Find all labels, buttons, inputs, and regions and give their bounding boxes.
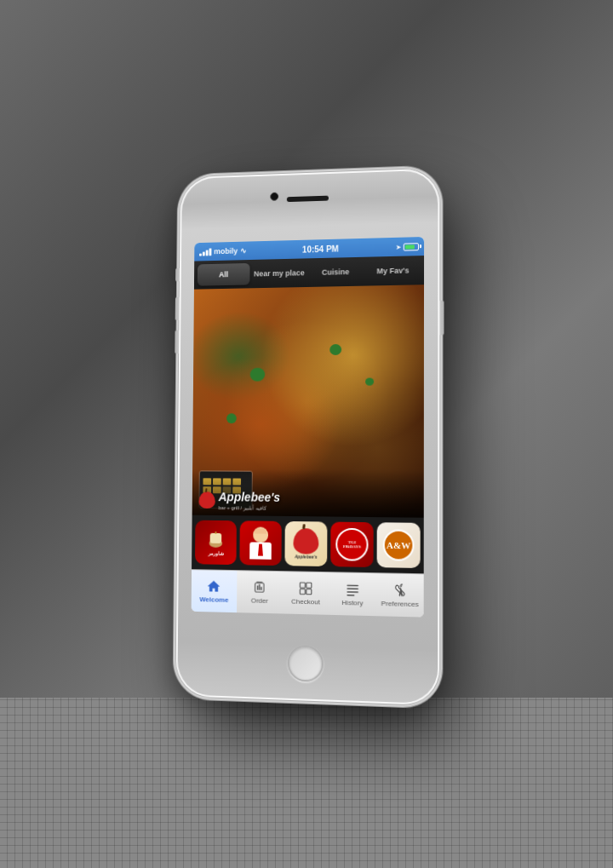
status-right: ➤ — [396, 242, 419, 250]
tab-near-place[interactable]: Near my place — [253, 262, 306, 285]
volume-down-button[interactable] — [175, 330, 179, 353]
volume-up-button[interactable] — [175, 296, 180, 319]
colonel-head — [253, 526, 268, 542]
screen: mobily ∿ 10:54 PM ➤ All — [192, 236, 424, 617]
svg-rect-10 — [300, 589, 305, 594]
applebees-apple-icon — [198, 491, 215, 508]
applebees-small-logo: Applebee's — [293, 528, 318, 560]
signal-bar-2 — [203, 251, 205, 256]
signal-bar-1 — [199, 253, 202, 256]
signal-bar-3 — [206, 250, 209, 256]
restaurant-overlay: Applebee's bar + grill / كافيه أبلبيز — [192, 468, 424, 517]
tab-preferences[interactable]: Preferences — [376, 573, 424, 617]
svg-rect-6 — [259, 583, 261, 589]
phone-scene: mobily ∿ 10:54 PM ➤ All — [175, 168, 439, 705]
applebees-logo: Applebee's bar + grill / كافيه أبلبيز — [198, 489, 280, 511]
fridays-badge: TGIFRiDAYS — [335, 527, 368, 560]
iphone-device: mobily ∿ 10:54 PM ➤ All — [175, 168, 439, 705]
tab-preferences-label: Preferences — [381, 599, 419, 607]
fridays-label: TGIFRiDAYS — [343, 539, 361, 549]
tab-order[interactable]: Order — [237, 571, 283, 613]
svg-rect-13 — [347, 588, 358, 589]
colonel-tie — [258, 543, 263, 555]
tab-order-label: Order — [251, 596, 268, 605]
tab-all[interactable]: All — [198, 262, 250, 285]
food-broccoli-1 — [249, 367, 265, 381]
status-left: mobily ∿ — [199, 246, 247, 256]
shawarmer-icon — [206, 529, 226, 549]
shawarmer-logo: شاورمر — [206, 529, 226, 555]
restaurant-logo-row: شاورمر — [192, 514, 424, 573]
restaurant-applebees-small[interactable]: Applebee's — [284, 520, 327, 566]
aw-logo: A&W — [383, 529, 415, 560]
tab-history[interactable]: History — [329, 572, 375, 616]
preferences-icon — [391, 582, 408, 598]
hero-image[interactable]: Applebee's bar + grill / كافيه أبلبيز — [192, 285, 424, 518]
food-broccoli-4 — [365, 377, 374, 385]
tab-my-favs[interactable]: My Fav's — [365, 259, 421, 282]
filter-tabs: All Near my place Cuisine My Fav's — [194, 256, 424, 290]
tab-checkout[interactable]: Checkout — [283, 572, 329, 615]
checkout-icon — [297, 580, 314, 596]
aw-label: A&W — [387, 539, 411, 550]
tab-bar: Welcome Order — [192, 569, 424, 617]
svg-rect-12 — [347, 584, 358, 586]
food-broccoli-2 — [226, 412, 237, 423]
restaurant-shawarmer[interactable]: شاورمر — [195, 520, 237, 564]
carrier-name: mobily — [214, 246, 238, 255]
status-time: 10:54 PM — [302, 244, 339, 254]
kfc-colonel-icon — [248, 526, 273, 559]
history-icon — [344, 581, 361, 597]
svg-rect-8 — [300, 582, 305, 587]
colonel-hair — [255, 528, 266, 533]
shawarmer-label: شاورمر — [208, 549, 223, 555]
svg-rect-1 — [210, 532, 222, 543]
power-button[interactable] — [439, 300, 444, 334]
applebees-small-label: Applebee's — [295, 554, 317, 559]
svg-rect-9 — [306, 583, 312, 588]
home-button[interactable] — [288, 644, 324, 681]
app-screen: mobily ∿ 10:54 PM ➤ All — [192, 236, 424, 617]
tab-cuisine[interactable]: Cuisine — [308, 260, 363, 283]
restaurant-kfc[interactable] — [239, 520, 281, 566]
silent-switch — [175, 267, 180, 281]
tab-checkout-label: Checkout — [291, 597, 320, 606]
applebees-subtitle: bar + grill / كافيه أبلبيز — [219, 504, 280, 511]
camera — [270, 192, 278, 200]
signal-bar-4 — [209, 248, 211, 256]
svg-rect-14 — [347, 591, 358, 593]
tab-history-label: History — [341, 598, 363, 606]
battery-level — [405, 244, 415, 248]
battery-indicator — [404, 242, 419, 250]
home-icon — [206, 578, 223, 594]
svg-rect-7 — [261, 586, 261, 589]
colonel-body — [249, 542, 272, 559]
applebees-apple-small — [293, 528, 318, 555]
apple-stem — [302, 523, 306, 528]
svg-rect-15 — [347, 594, 354, 595]
applebees-name: Applebee's — [219, 490, 281, 504]
location-icon: ➤ — [396, 243, 402, 250]
speaker — [287, 195, 329, 201]
order-icon — [251, 579, 268, 595]
signal-icon — [199, 247, 211, 256]
wifi-icon: ∿ — [240, 246, 247, 255]
tab-welcome-label: Welcome — [199, 595, 228, 604]
applebees-name-block: Applebee's bar + grill / كافيه أبلبيز — [219, 489, 281, 511]
restaurant-fridays[interactable]: TGIFRiDAYS — [330, 521, 373, 566]
svg-rect-3 — [256, 581, 262, 583]
tab-welcome[interactable]: Welcome — [192, 570, 238, 612]
svg-rect-5 — [257, 585, 259, 589]
restaurant-aw[interactable]: A&W — [377, 522, 421, 568]
svg-rect-11 — [306, 589, 312, 594]
